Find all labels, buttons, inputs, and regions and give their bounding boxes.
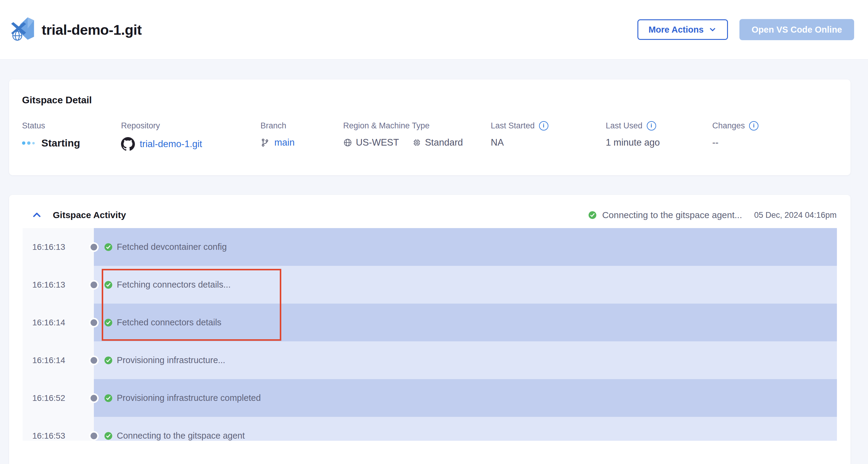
field-last-started: Last Started i NA [491,121,548,148]
log-row: 16:16:52 Provisioning infrastructure com… [23,379,837,417]
machine-type-value: Standard [425,137,463,148]
page-title: trial-demo-1.git [42,22,142,38]
log-gutter: 16:16:53 [23,417,94,441]
status-label: Status [22,121,80,130]
log-gutter: 16:16:13 [23,228,94,266]
field-branch: Branch main [260,121,294,148]
activity-header: Gitspace Activity Connecting to the gits… [9,202,850,228]
info-icon[interactable]: i [647,121,656,130]
log-row: 16:16:14 Provisioning infrastructure... [23,341,837,379]
log-timestamp: 16:16:53 [23,431,65,441]
check-circle-icon [104,394,113,402]
gitspace-detail-page: trial-demo-1.git More Actions Open VS Co… [0,0,868,464]
check-circle-icon [104,243,113,251]
chevron-up-icon [32,210,42,220]
log-gutter: 16:16:52 [23,379,94,417]
log-message: Fetching connectors details... [117,280,230,290]
info-icon[interactable]: i [539,121,548,130]
gitspace-activity-card: Gitspace Activity Connecting to the gits… [9,195,850,464]
github-icon [121,137,135,151]
log-row: 16:16:53 Connecting to the gitspace agen… [23,417,837,441]
timeline-dot-icon [91,357,97,364]
log-row: 16:16:13 Fetched devcontainer config [23,228,837,266]
activity-status-text: Connecting to the gitspace agent... [602,210,742,220]
chevron-down-icon [708,25,717,34]
changes-label: Changes [712,121,745,130]
more-actions-button[interactable]: More Actions [638,19,728,40]
log-message: Provisioning infrastructure... [117,355,225,365]
last-used-value: 1 minute ago [606,137,660,148]
repository-link[interactable]: trial-demo-1.git [140,139,202,149]
last-started-value: NA [491,137,504,148]
activity-timestamp: 05 Dec, 2024 04:16pm [754,210,837,220]
check-circle-icon [104,432,113,440]
timeline-dot-icon [91,395,97,402]
log-band: Fetching connectors details... [94,266,837,303]
log-band: Provisioning infrastructure... [94,341,837,379]
log-message: Connecting to the gitspace agent [117,431,245,441]
timeline-dot-icon [91,319,97,326]
field-changes: Changes i -- [712,121,758,148]
branch-label: Branch [260,121,294,130]
timeline-dot-icon [91,433,97,439]
log-message: Fetched connectors details [117,318,221,327]
git-branch-icon [260,138,270,147]
globe-icon [343,138,352,147]
log-timestamp: 16:16:13 [23,242,65,252]
log-row: 16:16:13 Fetching connectors details... [23,266,837,303]
log-band: Fetched connectors details [94,303,837,341]
status-loading-dots-icon [22,141,35,145]
top-header: trial-demo-1.git More Actions Open VS Co… [0,0,868,59]
collapse-activity-button[interactable] [32,210,42,220]
log-timestamp: 16:16:14 [23,355,65,365]
open-vscode-online-button[interactable]: Open VS Code Online [739,19,854,40]
repository-label: Repository [121,121,202,130]
gitspace-detail-title: Gitspace Detail [22,94,92,106]
branch-link[interactable]: main [274,137,294,148]
region-value: US-WEST [356,137,399,148]
vscode-globe-icon [9,16,36,43]
last-started-label: Last Started [491,121,535,130]
activity-status: Connecting to the gitspace agent... 05 D… [588,210,837,220]
log-timestamp: 16:16:52 [23,393,65,403]
field-status: Status Starting [22,121,80,149]
header-actions: More Actions Open VS Code Online [638,19,859,40]
log-gutter: 16:16:14 [23,303,94,341]
log-band: Fetched devcontainer config [94,228,837,266]
log-timestamp: 16:16:14 [23,318,65,327]
more-actions-label: More Actions [649,25,704,35]
log-band: Connecting to the gitspace agent [94,417,837,441]
log-row: 16:16:14 Fetched connectors details [23,303,837,341]
region-machine-label: Region & Machine Type [343,121,463,130]
open-vscode-online-label: Open VS Code Online [751,25,842,35]
check-circle-icon [588,211,597,219]
info-icon[interactable]: i [749,121,758,130]
timeline-dot-icon [91,282,97,288]
status-value: Starting [41,137,80,149]
check-circle-icon [104,281,113,289]
log-gutter: 16:16:13 [23,266,94,303]
log-gutter: 16:16:14 [23,341,94,379]
check-circle-icon [104,356,113,365]
activity-log: 16:16:13 Fetched devcontainer config 16:… [23,228,837,441]
timeline-dot-icon [91,244,97,251]
last-used-label: Last Used [606,121,643,130]
log-message: Provisioning infrastructure completed [117,393,261,403]
log-band: Provisioning infrastructure completed [94,379,837,417]
chip-icon [412,138,421,147]
field-last-used: Last Used i 1 minute ago [606,121,660,148]
activity-title: Gitspace Activity [53,210,126,220]
log-message: Fetched devcontainer config [117,242,227,252]
log-timestamp: 16:16:13 [23,280,65,290]
field-repository: Repository trial-demo-1.git [121,121,202,151]
field-region-machine: Region & Machine Type US-WEST [343,121,463,148]
changes-value: -- [712,137,719,148]
gitspace-detail-card: Gitspace Detail Status Starting Reposito… [9,80,850,175]
check-circle-icon [104,318,113,327]
